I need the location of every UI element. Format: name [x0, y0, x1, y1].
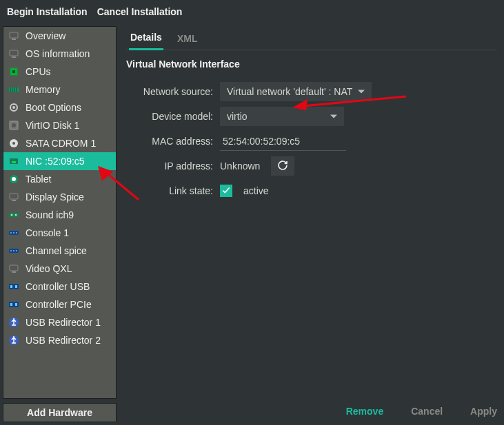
sidebar-item-nic-52-09-c5[interactable]: NIC :52:09:c5: [3, 152, 116, 170]
disk-icon: [8, 119, 20, 132]
sidebar-item-label: Display Spice: [26, 191, 84, 203]
usb-ctl-icon: [8, 298, 20, 311]
monitor-icon: [8, 191, 20, 203]
add-hardware-button[interactable]: Add Hardware: [3, 403, 117, 422]
refresh-icon: [277, 160, 288, 173]
sidebar-item-label: Boot Options: [26, 102, 81, 113]
sidebar-item-label: Sound ich9: [26, 209, 74, 220]
sidebar-item-console-1[interactable]: Console 1: [3, 224, 116, 242]
begin-installation-button[interactable]: Begin Installation: [7, 6, 88, 17]
sidebar-item-label: NIC :52:09:c5: [26, 156, 85, 167]
mac-address-input[interactable]: [220, 132, 346, 151]
sidebar-item-label: Controller USB: [26, 281, 90, 292]
sidebar-item-usb-redirector-2[interactable]: USB Redirector 2: [3, 331, 116, 349]
tab-xml[interactable]: XML: [176, 29, 199, 50]
remove-button[interactable]: Remove: [346, 406, 383, 417]
apply-button[interactable]: Apply: [470, 406, 497, 417]
sidebar-item-controller-pcie[interactable]: Controller PCIe: [3, 296, 116, 313]
cdrom-icon: [8, 137, 20, 149]
network-source-label: Network source:: [126, 86, 213, 97]
refresh-ip-button[interactable]: [271, 156, 294, 176]
monitor-icon: [8, 262, 20, 275]
sidebar-item-label: Memory: [26, 84, 61, 95]
sidebar-item-label: USB Redirector 1: [26, 317, 101, 328]
link-state-label: Link state:: [126, 185, 213, 196]
network-source-value: Virtual network 'default' : NAT: [227, 86, 352, 97]
ip-address-value: Unknown: [220, 160, 260, 172]
sidebar-item-sata-cdrom-1[interactable]: SATA CDROM 1: [3, 134, 116, 152]
cancel-button[interactable]: Cancel: [411, 406, 443, 417]
device-model-label: Device model:: [126, 111, 213, 122]
usb-ctl-icon: [8, 280, 20, 293]
sidebar-item-label: Channel spice: [26, 245, 87, 256]
cancel-installation-button[interactable]: Cancel Installation: [97, 6, 183, 17]
usb-icon: [8, 334, 20, 346]
sidebar-item-label: Tablet: [26, 174, 51, 185]
sidebar-item-cpus[interactable]: CPUs: [3, 63, 116, 81]
sidebar-item-display-spice[interactable]: Display Spice: [3, 188, 116, 206]
tablet-icon: [8, 173, 20, 185]
tab-details[interactable]: Details: [129, 28, 163, 50]
usb-icon: [8, 316, 20, 329]
sidebar-item-boot-options[interactable]: Boot Options: [3, 99, 116, 116]
section-title: Virtual Network Interface: [126, 50, 497, 79]
sidebar-item-tablet[interactable]: Tablet: [3, 170, 116, 188]
serial-icon: [8, 227, 20, 239]
sidebar-item-label: OS information: [26, 48, 90, 59]
ip-address-label: IP address:: [126, 160, 213, 172]
hardware-list: OverviewOS informationCPUsMemoryBoot Opt…: [3, 26, 117, 399]
link-state-value: active: [243, 185, 269, 196]
monitor-icon: [8, 30, 20, 42]
sidebar-item-label: Video QXL: [26, 263, 72, 274]
check-icon: [221, 185, 231, 197]
link-state-checkbox[interactable]: [220, 185, 232, 197]
sidebar-item-label: USB Redirector 2: [26, 335, 101, 346]
sidebar-item-os-information[interactable]: OS information: [3, 45, 116, 63]
serial-icon: [8, 245, 20, 257]
sidebar-item-label: SATA CDROM 1: [26, 138, 96, 149]
sidebar-item-label: Controller PCIe: [26, 299, 92, 310]
sidebar-item-usb-redirector-1[interactable]: USB Redirector 1: [3, 313, 116, 331]
sidebar-item-label: Overview: [26, 30, 65, 41]
sidebar-item-label: Console 1: [26, 227, 69, 238]
sidebar-item-memory[interactable]: Memory: [3, 81, 116, 99]
sidebar-item-channel-spice[interactable]: Channel spice: [3, 242, 116, 260]
sidebar-item-label: CPUs: [26, 66, 51, 77]
device-model-select[interactable]: virtio: [220, 107, 344, 126]
sidebar-item-sound-ich9[interactable]: Sound ich9: [3, 206, 116, 224]
mac-address-label: MAC address:: [126, 136, 213, 147]
cpu-icon: [8, 65, 20, 78]
network-source-select[interactable]: Virtual network 'default' : NAT: [220, 82, 372, 101]
sound-icon: [8, 209, 20, 221]
sidebar-item-overview[interactable]: Overview: [3, 27, 116, 45]
sidebar-item-label: VirtIO Disk 1: [26, 120, 79, 131]
nic-icon: [8, 155, 20, 167]
monitor-icon: [8, 48, 20, 60]
gear-icon: [8, 101, 20, 114]
device-model-value: virtio: [227, 111, 248, 122]
sidebar-item-video-qxl[interactable]: Video QXL: [3, 260, 116, 278]
sidebar-item-virtio-disk-1[interactable]: VirtIO Disk 1: [3, 116, 116, 134]
memory-icon: [8, 83, 20, 96]
sidebar-item-controller-usb[interactable]: Controller USB: [3, 278, 116, 296]
